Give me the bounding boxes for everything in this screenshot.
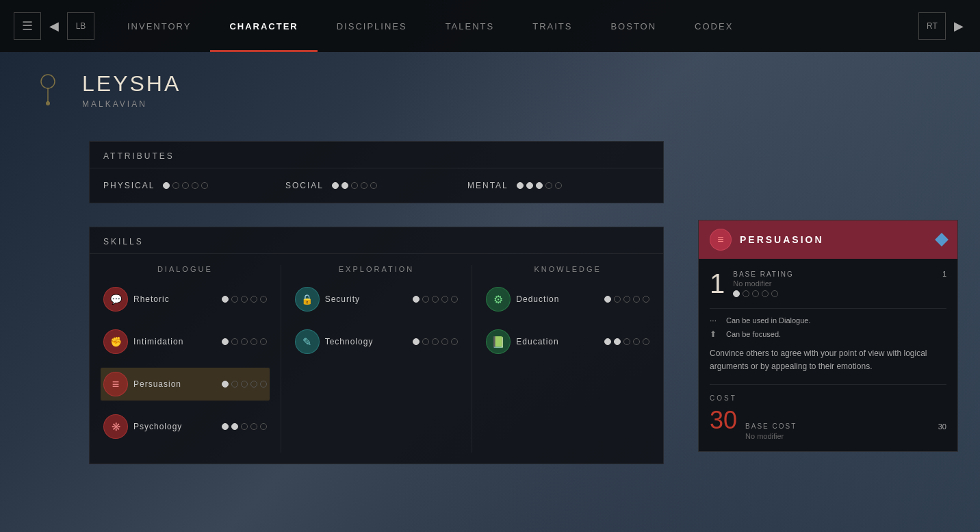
psychology-dots xyxy=(222,423,267,430)
skill-technology[interactable]: ✎ Technology xyxy=(292,325,461,358)
nav-item-inventory[interactable]: INVENTORY xyxy=(108,0,210,52)
dialogue-tag-text: Can be used in Dialogue. xyxy=(726,316,811,325)
dot-2 xyxy=(241,381,248,388)
detail-tag-focus: ⬆ Can be focused. xyxy=(710,329,946,339)
dot-4 xyxy=(643,338,649,345)
base-rating-label: BASE RATING xyxy=(733,270,794,278)
nav-next-arrow[interactable]: ▶ xyxy=(951,16,966,36)
top-navigation: ☰ ◀ LB INVENTORY CHARACTER DISCIPLINES T… xyxy=(0,0,980,52)
dot-4 xyxy=(370,182,377,189)
dot-0 xyxy=(222,381,229,388)
nav-item-traits[interactable]: TRAITS xyxy=(513,0,591,52)
persuasion-label: Persuasion xyxy=(133,379,216,389)
lb-icon[interactable]: LB xyxy=(67,12,94,40)
attributes-row: PHYSICAL SOCIAL MENTAL xyxy=(90,168,663,203)
physical-dots xyxy=(163,182,208,189)
dot-4 xyxy=(201,182,208,189)
menu-icon[interactable]: ☰ xyxy=(14,12,41,40)
dot-1 xyxy=(231,381,238,388)
skill-deduction[interactable]: ⚙ Deduction xyxy=(483,283,652,316)
dot-1 xyxy=(422,338,429,345)
detail-rating-row: 1 BASE RATING 1 No modifier xyxy=(710,270,946,297)
rhetoric-dots xyxy=(222,296,267,303)
dialogue-col-title: DIALOGUE xyxy=(101,265,270,273)
dot-4 xyxy=(260,338,267,345)
focus-tag-icon: ⬆ xyxy=(710,329,721,339)
attribute-social: SOCIAL xyxy=(285,181,467,190)
skill-education[interactable]: 📗 Education xyxy=(483,325,652,358)
character-icon xyxy=(27,66,68,114)
exploration-col-title: EXPLORATION xyxy=(292,265,461,273)
dot-3 xyxy=(441,338,448,345)
cost-info: BASE COST 30 No modifier xyxy=(745,422,946,440)
skill-column-exploration: EXPLORATION 🔒 Security ✎ Technology xyxy=(281,265,473,453)
knowledge-col-title: KNOWLEDGE xyxy=(483,265,652,273)
dot-0 xyxy=(517,182,524,189)
dot-3 xyxy=(250,423,257,430)
detail-header-icon: ≡ xyxy=(710,229,732,251)
character-header: LEYSHA MALKAVIAN xyxy=(27,66,181,114)
nav-item-boston[interactable]: BOSTON xyxy=(591,0,675,52)
rhetoric-label: Rhetoric xyxy=(133,294,216,304)
nav-item-talents[interactable]: TALENTS xyxy=(426,0,514,52)
nav-prev-arrow[interactable]: ◀ xyxy=(47,16,62,36)
dot-1 xyxy=(231,338,238,345)
psychology-icon: ❋ xyxy=(103,414,128,439)
detail-rating-number: 1 xyxy=(710,270,725,297)
attribute-physical: PHYSICAL xyxy=(103,181,285,190)
physical-label: PHYSICAL xyxy=(103,181,155,190)
skills-grid: DIALOGUE 💬 Rhetoric ✊ Intimidation ≡ Per… xyxy=(90,254,663,464)
education-icon: 📗 xyxy=(486,329,511,354)
dot-2 xyxy=(241,423,248,430)
cost-value: 30 xyxy=(710,406,737,435)
dot-0 xyxy=(604,338,611,345)
detail-modifier-text: No modifier xyxy=(733,279,946,288)
dot-3 xyxy=(361,182,368,189)
dot-2 xyxy=(182,182,189,189)
nav-item-codex[interactable]: CODEX xyxy=(675,0,752,52)
dot-0 xyxy=(222,423,229,430)
dot-2 xyxy=(536,182,543,189)
base-rating-val-right: 1 xyxy=(942,270,946,278)
dot-1 xyxy=(614,296,621,303)
deduction-icon: ⚙ xyxy=(486,287,511,312)
skill-column-knowledge: KNOWLEDGE ⚙ Deduction 📗 Education xyxy=(472,265,663,453)
skills-panel: SKILLS DIALOGUE 💬 Rhetoric ✊ Intimidatio… xyxy=(89,227,664,464)
detail-cost-row: 30 BASE COST 30 No modifier xyxy=(710,406,946,440)
dot-0 xyxy=(413,296,420,303)
skill-intimidation[interactable]: ✊ Intimidation xyxy=(101,325,270,358)
skill-rhetoric[interactable]: 💬 Rhetoric xyxy=(101,283,270,316)
dot-2 xyxy=(351,182,358,189)
rb-icon[interactable]: RT xyxy=(918,12,946,40)
base-cost-value: 30 xyxy=(938,422,946,431)
dot-0 xyxy=(222,296,229,303)
dialogue-tag-icon: ··· xyxy=(710,316,721,325)
skill-persuasion[interactable]: ≡ Persuasion xyxy=(101,368,270,401)
security-dots xyxy=(413,296,458,303)
dot-2 xyxy=(241,338,248,345)
nav-right-controls: RT ▶ xyxy=(918,12,966,40)
skill-psychology[interactable]: ❋ Psychology xyxy=(101,410,270,443)
detail-rating-info: BASE RATING 1 No modifier xyxy=(733,270,946,297)
nav-item-character[interactable]: CHARACTER xyxy=(210,0,317,52)
character-clan: MALKAVIAN xyxy=(82,99,181,109)
base-cost-label: BASE COST xyxy=(745,422,797,431)
character-info: LEYSHA MALKAVIAN xyxy=(82,71,181,109)
dot-1 xyxy=(172,182,179,189)
detail-panel: ≡ PERSUASION 1 BASE RATING 1 No modifier… xyxy=(698,220,958,452)
dot-1 xyxy=(526,182,533,189)
dot-3 xyxy=(192,182,198,189)
technology-dots xyxy=(413,338,458,345)
nav-item-disciplines[interactable]: DISCIPLINES xyxy=(318,0,426,52)
skill-column-dialogue: DIALOGUE 💬 Rhetoric ✊ Intimidation ≡ Per… xyxy=(90,265,281,453)
detail-panel-title: PERSUASION xyxy=(740,234,929,245)
dot-3 xyxy=(250,296,257,303)
skill-security[interactable]: 🔒 Security xyxy=(292,283,461,316)
dot-3 xyxy=(545,182,552,189)
rhetoric-icon: 💬 xyxy=(103,287,128,312)
dot-4 xyxy=(555,182,562,189)
focus-tag-text: Can be focused. xyxy=(726,330,781,338)
intimidation-label: Intimidation xyxy=(133,337,216,346)
social-dots xyxy=(332,182,377,189)
dot-2 xyxy=(432,296,439,303)
